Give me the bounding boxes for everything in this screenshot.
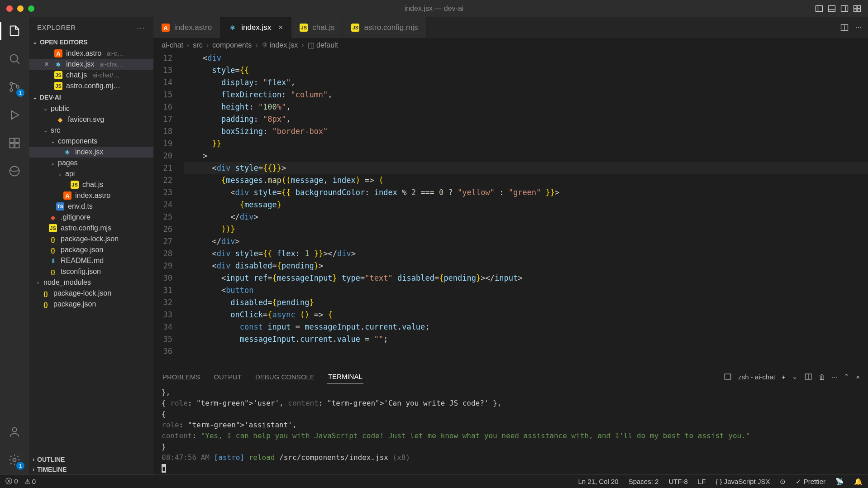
edge-tools-icon[interactable] [6,163,23,179]
open-editor-item[interactable]: Aindex.astroai-c… [29,48,153,59]
svg-rect-4 [841,5,848,11]
svg-rect-26 [725,374,731,379]
file-item[interactable]: TSenv.d.ts [29,201,153,212]
code-editor[interactable]: 1213141516171819202122232425262728293031… [153,52,868,366]
minimize-window-icon[interactable] [17,5,24,12]
indent-status[interactable]: Spaces: 2 [629,478,659,485]
project-header[interactable]: ⌄ DEV-AI [29,92,153,102]
close-panel-icon[interactable]: × [856,373,860,381]
close-icon[interactable]: × [278,23,283,32]
shell-label[interactable]: zsh - ai-chat [738,373,775,381]
layout-controls [815,4,862,13]
panel-tab-terminal[interactable]: TERMINAL [327,370,363,383]
breadcrumb-item[interactable]: ◫ default [308,41,338,49]
file-item[interactable]: Aindex.astro [29,190,153,201]
panel-tab-debug-console[interactable]: DEBUG CONSOLE [254,370,315,383]
accounts-icon[interactable] [6,424,23,440]
chevron-down-icon: ⌄ [33,94,37,100]
editor-tab[interactable]: JSastro.config.mjs [343,17,426,38]
more-icon[interactable]: ··· [855,23,862,32]
customize-layout-icon[interactable] [853,4,862,13]
chevron-down-icon[interactable]: ⌄ [792,373,798,381]
open-editors-header[interactable]: ⌄ OPEN EDITORS [29,37,153,47]
open-editor-item[interactable]: JSchat.jsai-chat/… [29,70,153,81]
split-terminal-icon[interactable] [804,373,812,381]
folder-item[interactable]: ⌄public [29,103,153,114]
chevron-down-icon: ⌄ [50,139,55,144]
errors-status[interactable]: ⓧ 0 [5,477,18,486]
new-terminal-icon[interactable]: + [782,373,786,381]
editor-tab[interactable]: ⚛index.jsx× [220,17,291,38]
terminal-output[interactable]: }, { role: "term-green">'user', content:… [153,383,868,474]
activity-bar: 1 1 [0,17,29,474]
file-name: index.jsx [66,60,94,68]
file-item[interactable]: {}package.json [29,299,153,310]
bell-icon[interactable]: 🔔 [854,478,863,486]
svg-rect-17 [10,139,14,143]
explorer-view-icon[interactable] [6,23,23,39]
panel-tab-output[interactable]: OUTPUT [213,370,243,383]
copilot-icon[interactable]: ⊙ [780,478,786,486]
feedback-icon[interactable]: 📡 [835,478,844,486]
debug-view-icon[interactable] [6,107,23,123]
file-item[interactable]: {}package-lock.json [29,234,153,244]
chevron-down-icon: ⌄ [57,171,62,177]
explorer-label: EXPLORER [37,24,76,31]
file-item[interactable]: ◆favicon.svg [29,114,153,125]
extensions-view-icon[interactable] [6,135,23,151]
prettier-status[interactable]: ✓ Prettier [796,478,825,486]
outline-header[interactable]: › OUTLINE [29,455,153,464]
toggle-sidebar-icon[interactable] [815,4,824,13]
search-view-icon[interactable] [6,51,23,67]
settings-gear-icon[interactable]: 1 [6,452,23,468]
breadcrumb-item[interactable]: ⚛ index.jsx [262,41,298,49]
warnings-status[interactable]: ⚠ 0 [24,478,36,486]
folder-item[interactable]: ⌄components [29,136,153,147]
close-icon[interactable]: × [43,60,50,68]
editor-tab[interactable]: Aindex.astro [153,17,220,38]
open-editor-item[interactable]: ×⚛index.jsxai-cha… [29,59,153,70]
close-window-icon[interactable] [6,5,13,12]
tab-label: index.jsx [241,23,271,32]
scm-view-icon[interactable]: 1 [6,79,23,95]
encoding-status[interactable]: UTF-8 [668,478,688,485]
file-item[interactable]: {}tsconfig.json [29,266,153,277]
trash-icon[interactable]: 🗑 [819,373,825,381]
folder-item[interactable]: ›node_modules [29,277,153,288]
timeline-header[interactable]: › TIMELINE [29,464,153,474]
breadcrumb-item[interactable]: src [193,41,202,49]
svg-point-16 [11,117,13,120]
cursor-position[interactable]: Ln 21, Col 20 [578,478,618,485]
file-item[interactable]: ⬇README.md [29,255,153,266]
code-content[interactable]: <div style={{ display: "flex", flexDirec… [184,52,868,366]
breadcrumb-item[interactable]: ai-chat [162,41,183,49]
file-item[interactable]: JSchat.js [29,179,153,190]
project-label: DEV-AI [40,94,61,101]
file-item[interactable]: JSastro.config.mjs [29,223,153,234]
folder-item[interactable]: ⌄api [29,168,153,179]
language-status[interactable]: { } JavaScript JSX [715,478,770,485]
file-path: ai-c… [107,50,124,57]
more-icon[interactable]: ··· [832,373,838,381]
folder-item[interactable]: ⌄pages [29,158,153,168]
file-item[interactable]: ◈.gitignore [29,212,153,223]
svg-point-23 [13,459,16,462]
breadcrumb-item[interactable]: components [212,41,252,49]
breadcrumb[interactable]: ai-chat›src›components›⚛ index.jsx›◫ def… [153,38,868,52]
file-item[interactable]: {}package-lock.json [29,288,153,299]
maximize-panel-icon[interactable]: ⌃ [844,373,849,381]
split-editor-icon[interactable] [840,23,849,32]
open-editor-item[interactable]: JSastro.config.mj… [29,81,153,91]
file-item[interactable]: ⚛index.jsx [29,147,153,158]
eol-status[interactable]: LF [698,478,706,485]
scm-badge: 1 [16,89,24,97]
panel-tab-problems[interactable]: PROBLEMS [162,370,201,383]
folder-item[interactable]: ⌄src [29,125,153,136]
editor-tab[interactable]: JSchat.js [291,17,343,38]
maximize-window-icon[interactable] [28,5,34,12]
explorer-more-icon[interactable]: ··· [137,24,145,31]
toggle-panel-icon[interactable] [827,4,836,13]
toggle-secondary-icon[interactable] [840,4,849,13]
file-item[interactable]: {}package.json [29,244,153,255]
tab-label: index.astro [174,23,212,32]
